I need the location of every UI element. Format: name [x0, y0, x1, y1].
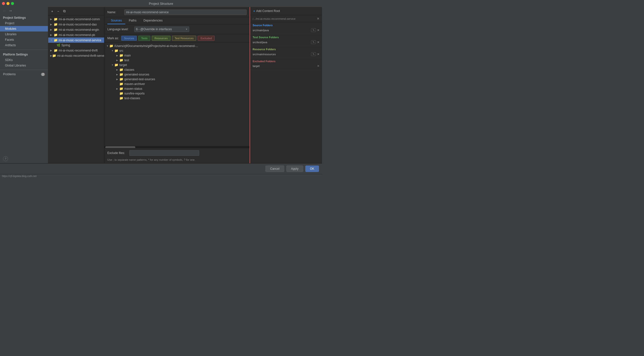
copy-module-button[interactable]: ⧉ — [62, 9, 67, 14]
source-folder-actions-0: ✎ ✕ — [311, 28, 320, 32]
content-root-close-button[interactable]: ✕ — [317, 17, 320, 21]
module-toolbar: + − ⧉ — [48, 7, 104, 16]
sidebar-divider — [0, 50, 48, 50]
name-row: Name: — [104, 7, 250, 17]
test-source-folders-section: Test Source Folders src/test/java ✎ ✕ — [250, 34, 322, 46]
excluded-folder-remove-button-0[interactable]: ✕ — [317, 64, 320, 68]
excluded-folders-section: Excluded Folders target ✕ — [250, 58, 322, 70]
mark-test-resources-button[interactable]: Test Resources — [172, 36, 196, 41]
resource-folder-actions-0: ✎ ✕ — [311, 52, 320, 56]
mark-tests-button[interactable]: Tests — [138, 36, 150, 41]
mark-sources-button[interactable]: Sources — [121, 36, 137, 41]
status-url: https://zjf-bigdata.blog.csdn.net — [2, 175, 36, 177]
tree-item-dao[interactable]: ▶ 📁 mi-ai-music-recommend-dao — [48, 22, 104, 27]
file-tree-maven-archiver[interactable]: 📁 maven-archiver — [104, 82, 250, 86]
help-button[interactable]: ? — [3, 156, 8, 161]
content-root-title: /.../mi-ai-music-recommend-service — [252, 17, 296, 20]
add-module-button[interactable]: + — [50, 9, 54, 14]
exclude-files-label: Exclude files: — [107, 151, 127, 155]
name-label: Name: — [107, 11, 122, 14]
nav-arrows: ← → — [0, 7, 48, 15]
sidebar: ← → Project Settings Project Modules Lib… — [0, 7, 48, 163]
sidebar-item-facets[interactable]: Facets — [0, 37, 48, 43]
test-source-folder-edit-button-0[interactable]: ✎ — [311, 40, 316, 44]
title-bar: Project Structure — [0, 0, 322, 7]
content-root-header: /.../mi-ai-music-recommend-service ✕ — [250, 15, 322, 22]
ok-button[interactable]: OK — [305, 165, 319, 172]
close-button[interactable] — [2, 2, 5, 5]
tree-item-spring[interactable]: 🌿 Spring — [48, 43, 104, 48]
file-tree-maven-status[interactable]: ▶ 📁 maven-status — [104, 86, 250, 91]
language-level-row: Language level: 6 - @Override in interfa… — [104, 25, 250, 34]
language-level-label: Language level: — [107, 28, 132, 31]
sidebar-item-libraries[interactable]: Libraries — [0, 32, 48, 37]
tree-item-pb[interactable]: ▶ 📁 mi-ai-music-recommend-pb — [48, 32, 104, 38]
language-level-select[interactable]: 6 - @Override in interfaces — [134, 27, 189, 32]
window-controls[interactable] — [2, 2, 14, 5]
excluded-folder-actions-0: ✕ — [317, 64, 320, 68]
sidebar-item-project[interactable]: Project — [0, 21, 48, 26]
module-tree: ▶ 📁 mi-ai-music-recommend-comm ▶ 📁 mi-ai… — [48, 16, 104, 163]
file-tree-root[interactable]: ▼ 📁 /Users/zjf/Documents/mi/gitProjects/… — [104, 44, 250, 48]
tree-item-thrift-server[interactable]: ▶ 📁 mi-ai-music-recommend-thrift-server — [48, 53, 104, 58]
tree-item-thrift[interactable]: ▶ 📁 mi-ai-music-recommend-thrift — [48, 48, 104, 53]
source-folder-remove-button-0[interactable]: ✕ — [317, 29, 320, 32]
test-source-folders-title: Test Source Folders — [252, 36, 320, 39]
test-source-folder-entry-0: src/test/java ✎ ✕ — [252, 40, 320, 45]
problems-badge: 2 — [41, 73, 45, 76]
file-tree-src[interactable]: ▼ 📁 src — [104, 48, 250, 53]
file-tree-test[interactable]: ▶ 📁 test — [104, 58, 250, 63]
problems-row[interactable]: Problems 2 — [0, 72, 48, 77]
platform-settings-section: Platform Settings — [0, 51, 48, 57]
language-level-select-wrapper[interactable]: 6 - @Override in interfaces — [134, 27, 189, 32]
back-button[interactable]: ← — [2, 9, 7, 13]
horizontal-scrollbar[interactable] — [104, 146, 250, 148]
tab-dependencies[interactable]: Dependencies — [140, 17, 166, 24]
tab-paths[interactable]: Paths — [125, 17, 140, 24]
status-bar: https://zjf-bigdata.blog.csdn.net — [0, 174, 322, 178]
file-tree-classes[interactable]: ▶ 📁 classes — [104, 67, 250, 72]
sidebar-item-global-libraries[interactable]: Global Libraries — [0, 63, 48, 68]
test-source-folder-actions-0: ✎ ✕ — [311, 40, 320, 44]
mark-as-label: Mark as: — [107, 37, 119, 40]
resource-folders-section: Resource Folders src/main/resources ✎ ✕ — [250, 46, 322, 58]
source-folder-edit-button-0[interactable]: ✎ — [311, 28, 316, 32]
name-input[interactable] — [124, 10, 246, 15]
file-tree-surefire-reports[interactable]: 📁 surefire-reports — [104, 91, 250, 96]
source-folder-path-0: src/main/java — [252, 29, 269, 32]
file-tree-test-classes[interactable]: 📁 test-classes — [104, 96, 250, 100]
apply-button[interactable]: Apply — [286, 165, 303, 172]
file-tree-generated-sources[interactable]: ▶ 📁 generated-sources — [104, 72, 250, 77]
maximize-button[interactable] — [11, 2, 14, 5]
test-source-folder-remove-button-0[interactable]: ✕ — [317, 41, 320, 44]
resource-folder-entry-0: src/main/resources ✎ ✕ — [252, 52, 320, 57]
mark-resources-button[interactable]: Resources — [152, 36, 170, 41]
tabs-row: Sources Paths Dependencies — [104, 17, 250, 25]
source-folder-entry-0: src/main/java ✎ ✕ — [252, 28, 320, 33]
mark-excluded-button[interactable]: Excluded — [198, 36, 214, 41]
add-content-root-button[interactable]: + Add Content Root — [250, 7, 322, 15]
sidebar-item-sdks[interactable]: SDKs — [0, 57, 48, 63]
window-title: Project Structure — [149, 2, 173, 6]
remove-module-button[interactable]: − — [56, 9, 60, 14]
cancel-button[interactable]: Cancel — [265, 165, 284, 172]
file-tree-area: ▼ 📁 /Users/zjf/Documents/mi/gitProjects/… — [104, 43, 250, 146]
tab-sources[interactable]: Sources — [107, 17, 125, 24]
minimize-button[interactable] — [6, 2, 10, 5]
exclude-files-hint: Use ; to separate name patterns, * for a… — [104, 158, 250, 163]
tree-item-comm[interactable]: ▶ 📁 mi-ai-music-recommend-comm — [48, 17, 104, 22]
forward-button[interactable]: → — [8, 9, 13, 13]
file-tree-main[interactable]: ▶ 📁 main — [104, 53, 250, 58]
test-source-folder-path-0: src/test/java — [252, 41, 267, 44]
sidebar-item-modules[interactable]: Modules — [0, 26, 48, 32]
file-tree-generated-test-sources[interactable]: ▶ 📁 generated-test-sources — [104, 77, 250, 82]
file-tree-target[interactable]: ▼ 📁 target — [104, 63, 250, 67]
resource-folder-remove-button-0[interactable]: ✕ — [317, 53, 320, 56]
tree-item-engin[interactable]: ▶ 📁 mi-ai-music-recommend-engin — [48, 27, 104, 32]
resource-folder-edit-button-0[interactable]: ✎ — [311, 52, 316, 56]
source-folders-section: Source Folders src/main/java ✎ ✕ — [250, 22, 322, 34]
sidebar-item-artifacts[interactable]: Artifacts — [0, 43, 48, 48]
resource-folders-title: Resource Folders — [252, 48, 320, 51]
exclude-files-input[interactable] — [129, 150, 199, 156]
tree-item-service[interactable]: ▼ 📁 mi-ai-music-recommend-service — [48, 38, 104, 43]
